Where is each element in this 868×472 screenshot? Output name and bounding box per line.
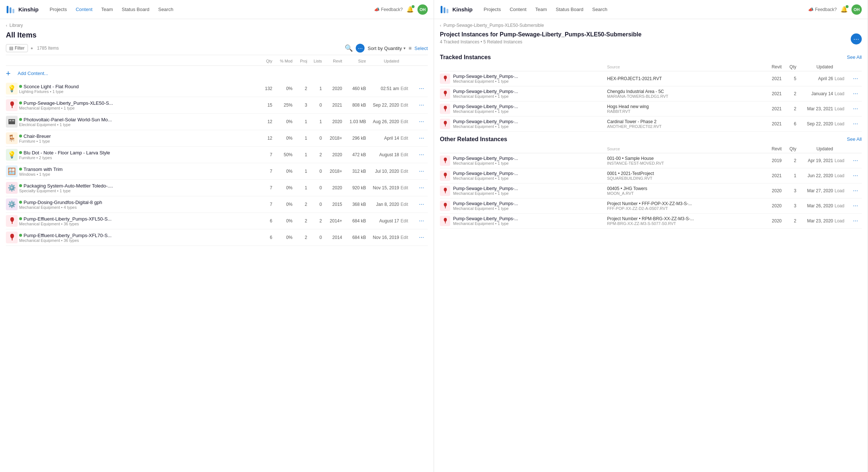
- item-cat-5: Windows • 1 type: [19, 172, 252, 176]
- related-see-all[interactable]: See All: [847, 136, 862, 142]
- col-updated-r: Updated: [798, 146, 835, 151]
- dots-btn-9[interactable]: ⋯: [419, 235, 428, 240]
- add-content-row[interactable]: + Add Content...: [6, 66, 428, 81]
- right-nav-projects[interactable]: Projects: [480, 4, 505, 14]
- sort-button[interactable]: Sort by Quantity ▾: [367, 46, 405, 51]
- edit-btn-1[interactable]: Edit: [401, 103, 419, 108]
- list-item: Pump-Effluent-Liberty_Pumps-XFL70-S... M…: [6, 229, 428, 246]
- dots-btn-4[interactable]: ⋯: [419, 152, 428, 158]
- dots-btn-r0[interactable]: ⋯: [853, 158, 862, 164]
- dots-btn-2[interactable]: ⋯: [419, 119, 428, 125]
- item-thumb-3: 🪑: [6, 132, 18, 144]
- svg-rect-1: [10, 7, 11, 13]
- item-cat-1: Mechanical Equipment • 1 type: [19, 106, 252, 110]
- tracked-see-all[interactable]: See All: [847, 54, 862, 60]
- right-page-title: Project Instances for Pump-Sewage-Libert…: [440, 31, 642, 39]
- load-btn-r0[interactable]: Load: [835, 158, 853, 163]
- status-dot-8: [19, 217, 22, 220]
- list-item: Pump-Sewage-Liberty_Pumps-XLE50-S... Mec…: [6, 97, 428, 114]
- dots-btn-r4[interactable]: ⋯: [853, 218, 862, 224]
- dots-btn-t1[interactable]: ⋯: [853, 91, 862, 97]
- dots-btn-t0[interactable]: ⋯: [853, 76, 862, 82]
- right-nav-status-board[interactable]: Status Board: [552, 4, 587, 14]
- load-btn-r2[interactable]: Load: [835, 188, 853, 193]
- edit-btn-8[interactable]: Edit: [401, 218, 419, 224]
- right-notification-icon[interactable]: 🔔: [840, 6, 848, 13]
- status-dot-6: [19, 184, 22, 187]
- right-nav-content[interactable]: Content: [506, 4, 530, 14]
- col-qty-r: Qty: [783, 146, 798, 151]
- instance-table-header: Source Revit Qty Updated: [440, 63, 862, 71]
- related-source-3: Project Number • FFF-POP-XX-ZZ-M3-S-... …: [607, 201, 761, 211]
- load-btn-r3[interactable]: Load: [835, 203, 853, 208]
- dots-btn-r3[interactable]: ⋯: [853, 203, 862, 209]
- edit-btn-9[interactable]: Edit: [401, 235, 419, 240]
- load-btn-r4[interactable]: Load: [835, 218, 853, 224]
- left-nav-projects[interactable]: Projects: [46, 4, 71, 14]
- item-thumb-7: ⚙️: [6, 199, 18, 210]
- left-nav-search[interactable]: Search: [154, 4, 177, 14]
- right-nav-team[interactable]: Team: [532, 4, 551, 14]
- dots-btn-r1[interactable]: ⋯: [853, 173, 862, 179]
- select-button[interactable]: Select: [415, 46, 428, 51]
- svg-rect-4: [9, 120, 11, 121]
- load-btn-t2[interactable]: Load: [835, 106, 853, 111]
- more-options-btn[interactable]: ⋯: [356, 44, 365, 53]
- right-breadcrumb: ‹ Pump-Sewage-Liberty_Pumps-XLE50-Submer…: [440, 19, 862, 29]
- edit-btn-2[interactable]: Edit: [401, 119, 419, 124]
- dots-btn-0[interactable]: ⋯: [419, 86, 428, 92]
- related-instance-row-2: Pump-Sewage-Liberty_Pumps-... Mechanical…: [440, 183, 862, 199]
- left-notification-icon[interactable]: 🔔: [406, 6, 414, 13]
- load-btn-t1[interactable]: Load: [835, 91, 853, 96]
- tracked-thumb-3: [440, 119, 450, 129]
- right-avatar[interactable]: OH: [851, 4, 862, 15]
- edit-btn-5[interactable]: Edit: [401, 169, 419, 174]
- item-name-1: Pump-Sewage-Liberty_Pumps-XLE50-S...: [19, 100, 252, 106]
- left-logo[interactable]: Kinship: [6, 4, 39, 15]
- item-name-9: Pump-Effluent-Liberty_Pumps-XFL70-S...: [19, 233, 252, 238]
- search-icon-btn[interactable]: 🔍: [345, 44, 353, 52]
- dots-btn-1[interactable]: ⋯: [419, 102, 428, 108]
- right-nav-links: Projects Content Team Status Board Searc…: [480, 4, 805, 14]
- right-more-btn[interactable]: ⋯: [851, 33, 862, 44]
- filter-button[interactable]: ▤ Filter: [6, 44, 28, 52]
- edit-btn-3[interactable]: Edit: [401, 136, 419, 141]
- related-source-2: 00405 • JHG Towers MOON_A.RVT: [607, 186, 761, 196]
- dots-btn-t3[interactable]: ⋯: [853, 121, 862, 127]
- tracked-instance-row-0: Pump-Sewage-Liberty_Pumps-... Mechanical…: [440, 71, 862, 86]
- col-lists: Lists: [309, 58, 323, 64]
- dots-btn-7[interactable]: ⋯: [419, 201, 428, 207]
- dots-btn-5[interactable]: ⋯: [419, 168, 428, 174]
- edit-btn-7[interactable]: Edit: [401, 202, 419, 207]
- edit-btn-6[interactable]: Edit: [401, 185, 419, 190]
- left-nav-content[interactable]: Content: [72, 4, 96, 14]
- item-cat-0: Lighting Fixtures • 1 type: [19, 89, 252, 94]
- dots-btn-3[interactable]: ⋯: [419, 135, 428, 141]
- dots-btn-8[interactable]: ⋯: [419, 218, 428, 224]
- right-feedback-btn[interactable]: 📣 Feedback?: [808, 7, 837, 12]
- item-info-6: Packaging System-Auto-Mettler Toledo-...…: [19, 183, 252, 193]
- load-btn-r1[interactable]: Load: [835, 173, 853, 178]
- edit-btn-0[interactable]: Edit: [401, 86, 419, 91]
- related-source-4: Project Number • RPM-BRG-XX-ZZ-M3-S-... …: [607, 216, 761, 226]
- dots-btn-r2[interactable]: ⋯: [853, 188, 862, 194]
- left-nav-status-board[interactable]: Status Board: [118, 4, 153, 14]
- list-item: 🪟 Transom with Trim Windows • 1 type 7 0…: [6, 163, 428, 180]
- right-nav-search[interactable]: Search: [588, 4, 611, 14]
- left-feedback-btn[interactable]: 📣 Feedback?: [374, 7, 403, 12]
- related-section-header: Other Related Instances See All: [440, 132, 862, 145]
- load-btn-t0[interactable]: Load: [835, 76, 853, 81]
- item-name-7: Pump-Dosing-Grundfos-Digital-8 gph: [19, 200, 252, 205]
- list-item: ⚙️ Packaging System-Auto-Mettler Toledo-…: [6, 180, 428, 196]
- dots-btn-6[interactable]: ⋯: [419, 185, 428, 191]
- edit-btn-4[interactable]: Edit: [401, 152, 419, 157]
- breadcrumb-library[interactable]: Library: [10, 23, 23, 28]
- right-breadcrumb-link[interactable]: Pump-Sewage-Liberty_Pumps-XLE50-Submersi…: [444, 23, 544, 28]
- right-logo[interactable]: Kinship: [440, 4, 473, 15]
- list-icon[interactable]: ≡: [409, 45, 412, 51]
- left-avatar[interactable]: OH: [417, 4, 428, 15]
- load-btn-t3[interactable]: Load: [835, 121, 853, 126]
- left-nav-team[interactable]: Team: [98, 4, 117, 14]
- dots-btn-t2[interactable]: ⋯: [853, 106, 862, 112]
- left-notif-dot: [412, 5, 415, 8]
